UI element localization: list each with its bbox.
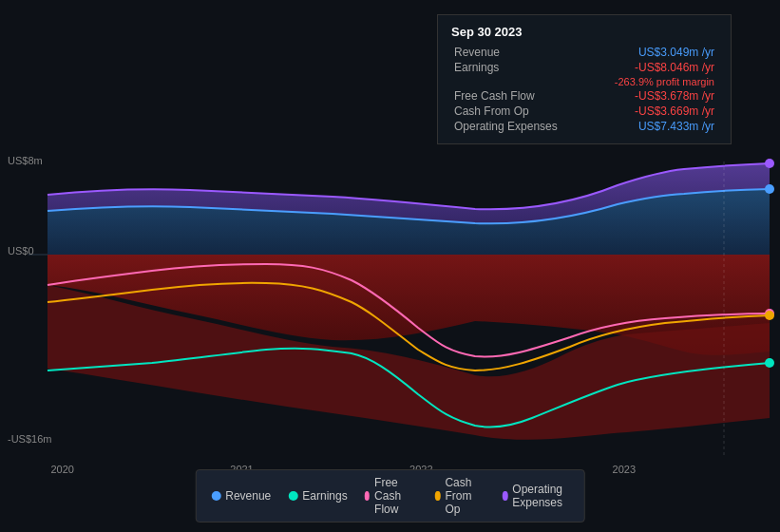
legend-label-fcf: Free Cash Flow xyxy=(374,476,418,516)
svg-point-3 xyxy=(765,184,774,194)
legend-item-earnings: Earnings xyxy=(288,489,347,503)
legend-dot-revenue xyxy=(211,491,220,501)
tooltip-row-revenue: Revenue US$3.049m /yr xyxy=(451,45,717,60)
legend-label-earnings: Earnings xyxy=(302,489,347,503)
tooltip-row-cashfromop: Cash From Op -US$3.669m /yr xyxy=(451,104,717,119)
y-label-top: US$8m xyxy=(8,155,43,166)
legend-label-opex: Operating Expenses xyxy=(512,483,568,509)
tooltip-label-earnings: Earnings xyxy=(451,60,586,75)
legend-label-cashfromop: Cash From Op xyxy=(445,476,485,516)
legend-item-revenue: Revenue xyxy=(211,489,271,503)
tooltip: Sep 30 2023 Revenue US$3.049m /yr Earnin… xyxy=(437,14,732,144)
tooltip-value-revenue: US$3.049m /yr xyxy=(586,45,717,60)
legend-item-cashfromop: Cash From Op xyxy=(435,476,485,516)
svg-point-5 xyxy=(765,311,774,320)
y-label-zero: US$0 xyxy=(8,245,34,256)
legend-item-opex: Operating Expenses xyxy=(503,483,569,509)
tooltip-label-opex: Operating Expenses xyxy=(451,119,586,134)
x-label-2023: 2023 xyxy=(613,464,636,475)
svg-point-6 xyxy=(765,358,774,368)
tooltip-row-opex: Operating Expenses US$7.433m /yr xyxy=(451,119,717,134)
tooltip-row-profit-margin: -263.9% profit margin xyxy=(451,75,717,88)
tooltip-table: Revenue US$3.049m /yr Earnings -US$8.046… xyxy=(451,45,717,134)
tooltip-date: Sep 30 2023 xyxy=(451,25,717,39)
tooltip-row-earnings: Earnings -US$8.046m /yr xyxy=(451,60,717,75)
tooltip-label-pm xyxy=(451,75,586,88)
legend-item-fcf: Free Cash Flow xyxy=(365,476,418,516)
tooltip-value-opex: US$7.433m /yr xyxy=(586,119,717,134)
tooltip-label-revenue: Revenue xyxy=(451,45,586,60)
tooltip-value-cashfromop: -US$3.669m /yr xyxy=(586,104,717,119)
tooltip-value-earnings: -US$8.046m /yr xyxy=(586,60,717,75)
chart-container: US$8m US$0 -US$16m 2020 2021 2022 2023 S… xyxy=(0,0,780,532)
tooltip-value-pm: -263.9% profit margin xyxy=(586,75,717,88)
svg-point-2 xyxy=(765,159,774,168)
x-label-2020: 2020 xyxy=(50,464,73,475)
tooltip-value-fcf: -US$3.678m /yr xyxy=(586,88,717,104)
legend-dot-fcf xyxy=(365,491,370,501)
tooltip-label-fcf: Free Cash Flow xyxy=(451,88,586,104)
tooltip-row-fcf: Free Cash Flow -US$3.678m /yr xyxy=(451,88,717,104)
y-label-bottom: -US$16m xyxy=(8,433,51,445)
legend-dot-opex xyxy=(503,491,507,501)
legend-dot-earnings xyxy=(288,491,297,501)
legend-dot-cashfromop xyxy=(435,491,440,501)
tooltip-label-cashfromop: Cash From Op xyxy=(451,104,586,119)
legend: Revenue Earnings Free Cash Flow Cash Fro… xyxy=(195,469,585,522)
legend-label-revenue: Revenue xyxy=(225,489,271,503)
